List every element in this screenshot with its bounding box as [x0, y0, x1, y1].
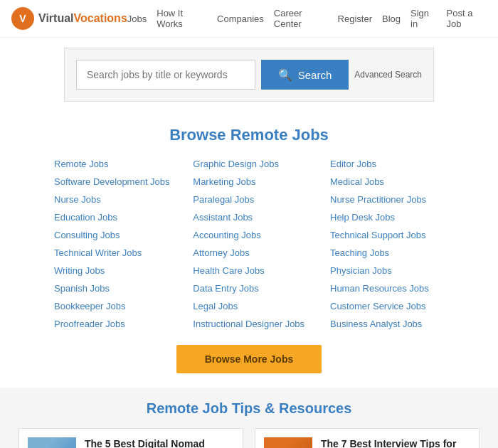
tip-card-2-text: The 7 Best Interview Tips for Older Jobs… [321, 437, 470, 448]
job-link[interactable]: Marketing Jobs [193, 176, 307, 187]
job-link[interactable]: Consulting Jobs [54, 230, 170, 240]
job-column-2: Graphic Design Jobs Marketing Jobs Paral… [193, 159, 307, 329]
browse-title: Browse Remote Jobs [11, 126, 487, 144]
tip-card-1: The 5 Best Digital Nomad Cities for Remo… [18, 428, 243, 448]
main-nav: Jobs How It Works Companies Career Cente… [127, 8, 487, 29]
tip-card-2-image [264, 437, 312, 448]
nav-post-job[interactable]: Post a Job [447, 8, 487, 29]
job-link[interactable]: Human Resources Jobs [330, 283, 444, 294]
job-link[interactable]: Nurse Jobs [54, 194, 170, 205]
nav-how-it-works[interactable]: How It Works [157, 8, 207, 29]
tip-card-2-title[interactable]: The 7 Best Interview Tips for Older Jobs… [321, 437, 470, 448]
nav-companies[interactable]: Companies [217, 14, 264, 24]
tip-card-1-thumbnail [28, 437, 76, 448]
nav-register[interactable]: Register [338, 14, 372, 24]
job-link[interactable]: Teaching Jobs [330, 247, 444, 258]
nav-sign-in[interactable]: Sign in [410, 8, 437, 29]
search-button[interactable]: 🔍 Search [261, 60, 349, 90]
job-link[interactable]: Help Desk Jobs [330, 212, 444, 223]
job-link[interactable]: Writing Jobs [54, 265, 170, 276]
search-icon: 🔍 [278, 68, 292, 82]
job-link[interactable]: Health Care Jobs [193, 265, 307, 276]
job-link[interactable]: Business Analyst Jobs [330, 319, 444, 329]
job-link[interactable]: Physician Jobs [330, 265, 444, 276]
tips-section: Remote Job Tips & Resources The 5 Best D… [0, 388, 498, 448]
tip-card-1-image [28, 437, 76, 448]
job-link[interactable]: Education Jobs [54, 212, 170, 223]
search-section: 🔍 Search Advanced Search [64, 48, 434, 102]
job-link[interactable]: Accounting Jobs [193, 230, 307, 240]
tips-title: Remote Job Tips & Resources [11, 400, 487, 417]
browse-section: Browse Remote Jobs Remote Jobs Software … [0, 112, 498, 388]
job-link[interactable]: Attorney Jobs [193, 247, 307, 258]
job-link[interactable]: Medical Jobs [330, 176, 444, 187]
advanced-search-anchor[interactable]: Advanced Search [354, 70, 422, 80]
header: V VirtualVocations Jobs How It Works Com… [0, 0, 498, 38]
job-link[interactable]: Assistant Jobs [193, 212, 307, 223]
job-link[interactable]: Legal Jobs [193, 301, 307, 311]
tip-card-2: The 7 Best Interview Tips for Older Jobs… [255, 428, 480, 448]
job-link[interactable]: Remote Jobs [54, 159, 170, 169]
tip-card-1-title[interactable]: The 5 Best Digital Nomad Cities for Remo… [85, 437, 234, 448]
job-link[interactable]: Data Entry Jobs [193, 283, 307, 294]
job-link[interactable]: Instructional Designer Jobs [193, 319, 307, 329]
tip-card-2-thumbnail [264, 437, 312, 448]
tip-card-1-text: The 5 Best Digital Nomad Cities for Remo… [85, 437, 234, 448]
job-link[interactable]: Nurse Practitioner Jobs [330, 194, 444, 205]
job-column-3: Editor Jobs Medical Jobs Nurse Practitio… [330, 159, 444, 329]
nav-blog[interactable]: Blog [382, 14, 401, 24]
job-link[interactable]: Graphic Design Jobs [193, 159, 307, 169]
job-link[interactable]: Software Development Jobs [54, 176, 170, 187]
tips-cards: The 5 Best Digital Nomad Cities for Remo… [11, 428, 487, 448]
job-column-1: Remote Jobs Software Development Jobs Nu… [54, 159, 170, 329]
job-link[interactable]: Paralegal Jobs [193, 194, 307, 205]
job-link[interactable]: Spanish Jobs [54, 283, 170, 294]
logo[interactable]: V VirtualVocations [11, 7, 127, 30]
logo-icon: V [11, 7, 34, 30]
browse-more-wrap: Browse More Jobs [11, 345, 487, 373]
advanced-search-link[interactable]: Advanced Search [354, 69, 422, 81]
browse-more-button[interactable]: Browse More Jobs [176, 345, 322, 373]
logo-text: VirtualVocations [38, 12, 127, 25]
job-link[interactable]: Editor Jobs [330, 159, 444, 169]
job-columns: Remote Jobs Software Development Jobs Nu… [11, 159, 487, 329]
search-input[interactable] [76, 60, 255, 90]
job-link[interactable]: Technical Support Jobs [330, 230, 444, 240]
nav-career-center[interactable]: Career Center [274, 8, 328, 29]
job-link[interactable]: Customer Service Jobs [330, 301, 444, 311]
nav-jobs[interactable]: Jobs [127, 14, 147, 24]
job-link[interactable]: Bookkeeper Jobs [54, 301, 170, 311]
job-link[interactable]: Technical Writer Jobs [54, 247, 170, 258]
job-link[interactable]: Proofreader Jobs [54, 319, 170, 329]
